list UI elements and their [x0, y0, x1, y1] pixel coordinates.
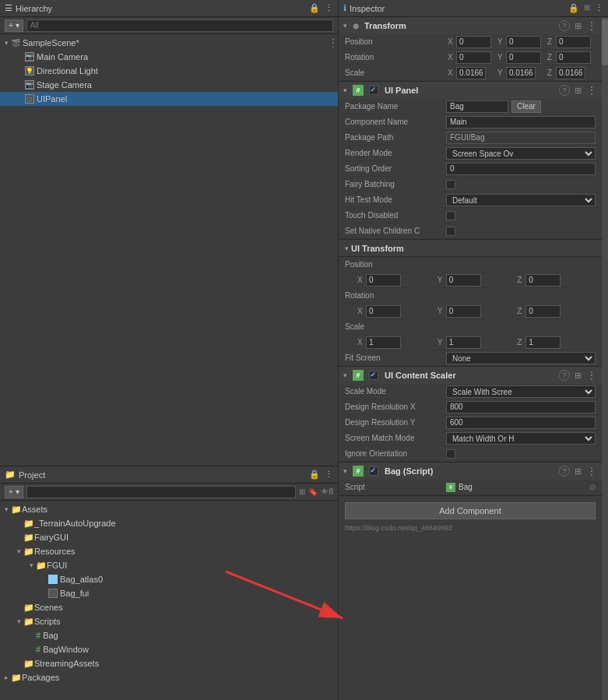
project-more-icon[interactable]: ⋮: [325, 470, 333, 480]
hierarchy-item-dir-light[interactable]: ▸ 💡 Directional Light: [0, 64, 338, 78]
project-item-bag-atlas[interactable]: ▸ Bag_atlas0: [0, 572, 338, 586]
uit-scale-z[interactable]: [525, 336, 561, 349]
clear-button[interactable]: Clear: [511, 100, 541, 113]
ui-panel-checkbox[interactable]: ✓: [369, 86, 378, 95]
hierarchy-lock-icon[interactable]: 🔒: [309, 3, 320, 13]
transform-more-icon[interactable]: ⋮: [586, 20, 597, 31]
scrollbar-thumb[interactable]: [602, 19, 608, 65]
transform-scale-y[interactable]: [506, 67, 536, 79]
project-item-resources[interactable]: ▾ 📁 Resources: [0, 544, 338, 558]
transform-pos-y[interactable]: [506, 36, 541, 48]
hierarchy-item-uipanel[interactable]: ▸ □ UIPanel: [0, 92, 338, 106]
inspector-more-icon[interactable]: ⋮: [595, 3, 603, 13]
watermark-label: https://blog.csdn.net/qq_46649692: [345, 524, 452, 532]
fit-screen-dropdown[interactable]: None: [446, 352, 596, 364]
project-item-streaming[interactable]: ▸ 📁 StreamingAssets: [0, 656, 338, 670]
script-ref-target-icon[interactable]: ⊙: [589, 483, 596, 491]
project-item-terrain[interactable]: ▸ 📁 _TerrainAutoUpgrade: [0, 516, 338, 530]
project-item-fairygui[interactable]: ▸ 📁 FairyGUI: [0, 530, 338, 544]
hit-test-label: Hit Test Mode: [345, 195, 446, 204]
bag-script-settings-icon[interactable]: ⊞: [575, 466, 582, 477]
project-lock-icon[interactable]: 🔒: [309, 470, 320, 480]
project-eye-icon[interactable]: 👁8: [321, 487, 333, 496]
render-mode-dropdown[interactable]: Screen Space Ov: [446, 147, 596, 160]
fairy-batching-checkbox[interactable]: [446, 180, 455, 189]
package-name-row: Package Name Clear: [339, 99, 602, 114]
transform-pos-z[interactable]: [556, 36, 591, 48]
project-item-packages[interactable]: ▸ 📁 Packages: [0, 670, 338, 684]
design-res-x-input[interactable]: [446, 401, 596, 413]
transform-header[interactable]: ▾ ⊕ Transform ? ⊞ ⋮: [339, 17, 602, 34]
component-name-input[interactable]: [446, 116, 596, 128]
inspector-lock-icon[interactable]: 🔒: [568, 3, 579, 13]
hierarchy-add-button[interactable]: + ▾: [5, 19, 23, 32]
bag-script-more-icon[interactable]: ⋮: [586, 466, 597, 477]
transform-settings-icon[interactable]: ⊞: [575, 21, 582, 31]
project-item-bagwindow-script[interactable]: ▸ # BagWindow: [0, 642, 338, 656]
ui-transform-header[interactable]: ▾ UI Transform: [339, 240, 602, 257]
scaler-settings-icon[interactable]: ⊞: [575, 371, 582, 381]
uit-scale-y[interactable]: [446, 336, 481, 349]
ui-panel-settings-icon[interactable]: ⊞: [575, 86, 582, 96]
uit-scale-x[interactable]: [366, 336, 401, 349]
project-bookmark-icon[interactable]: 🔖: [308, 487, 318, 496]
inspector-layout-icon[interactable]: ⊞: [584, 3, 590, 13]
bag-script-header[interactable]: ▾ # ✓ Bag (Script) ? ⊞ ⋮: [339, 463, 602, 480]
transform-scale-x[interactable]: [456, 67, 486, 79]
design-res-y-input[interactable]: [446, 417, 596, 429]
uit-pos-y[interactable]: [446, 274, 481, 287]
ignore-orientation-checkbox[interactable]: [446, 449, 455, 459]
project-item-assets[interactable]: ▾ 📁 Assets: [0, 502, 338, 516]
uit-rot-y[interactable]: [446, 305, 481, 318]
package-path-input[interactable]: [446, 132, 596, 144]
scaler-more-icon[interactable]: ⋮: [586, 370, 597, 381]
add-component-button[interactable]: Add Component: [345, 502, 596, 519]
set-native-checkbox[interactable]: [446, 227, 455, 236]
ui-panel-more-icon[interactable]: ⋮: [586, 85, 597, 96]
bag-script-checkbox[interactable]: ✓: [369, 466, 378, 476]
transform-arrow: ▾: [343, 22, 347, 30]
project-item-scenes[interactable]: ▸ 📁 Scenes: [0, 600, 338, 614]
project-add-button[interactable]: + ▾: [5, 486, 23, 498]
ui-panel-help-icon[interactable]: ?: [559, 85, 570, 96]
project-item-scripts[interactable]: ▾ 📁 Scripts: [0, 614, 338, 628]
scaler-help-icon[interactable]: ?: [559, 370, 570, 381]
hierarchy-item-samplescene[interactable]: ▾ 🎬 SampleScene* ⋮: [0, 36, 338, 50]
hierarchy-search-input[interactable]: [26, 19, 333, 32]
scaler-title: UI Content Scaler: [385, 371, 456, 380]
scaler-hash-icon: #: [353, 370, 364, 381]
inspector-info-icon: ℹ: [343, 3, 346, 13]
transform-pos-x[interactable]: [456, 36, 491, 48]
scale-mode-dropdown[interactable]: Scale With Scree: [446, 385, 596, 398]
uit-pos-x[interactable]: [366, 274, 401, 287]
project-item-bag-script[interactable]: ▸ # Bag: [0, 628, 338, 642]
scene-more-icon[interactable]: ⋮: [329, 37, 338, 48]
watermark-text: https://blog.csdn.net/qq_46649692: [339, 522, 602, 533]
transform-help-icon[interactable]: ?: [559, 20, 570, 31]
package-name-input[interactable]: [446, 100, 508, 113]
screen-match-dropdown[interactable]: Match Width Or H: [446, 432, 596, 445]
ui-panel-header[interactable]: ▾ # ✓ UI Panel ? ⊞ ⋮: [339, 82, 602, 99]
ui-content-scaler-header[interactable]: ▾ # ✓ UI Content Scaler ? ⊞ ⋮: [339, 367, 602, 384]
project-filter-icon[interactable]: ⊞: [299, 487, 305, 496]
inspector-scrollbar[interactable]: [602, 17, 608, 700]
transform-rot-z[interactable]: [556, 51, 591, 64]
uit-pos-z[interactable]: [525, 274, 561, 287]
hierarchy-item-stage-camera[interactable]: ▸ 📷 Stage Camera: [0, 78, 338, 92]
hierarchy-item-main-camera[interactable]: ▸ 📷 Main Camera: [0, 50, 338, 64]
touch-disabled-checkbox[interactable]: [446, 211, 455, 220]
transform-rot-x[interactable]: [456, 51, 491, 64]
transform-scale-z[interactable]: [556, 67, 585, 79]
project-item-bag-fui[interactable]: ▸ Bag_fui: [0, 586, 338, 600]
uit-rot-x[interactable]: [366, 305, 401, 318]
hit-test-dropdown[interactable]: Default: [446, 194, 596, 206]
project-search-input[interactable]: [26, 486, 297, 498]
transform-rot-y[interactable]: [506, 51, 541, 64]
uit-rot-z[interactable]: [525, 305, 561, 318]
bag-script-section: ▾ # ✓ Bag (Script) ? ⊞ ⋮ Script: [339, 463, 602, 496]
sorting-order-input[interactable]: [446, 163, 596, 175]
bag-script-help-icon[interactable]: ?: [559, 466, 570, 477]
project-item-fgui[interactable]: ▾ 📁 FGUI: [0, 558, 338, 572]
scaler-checkbox[interactable]: ✓: [369, 371, 378, 380]
hierarchy-more-icon[interactable]: ⋮: [325, 3, 333, 13]
